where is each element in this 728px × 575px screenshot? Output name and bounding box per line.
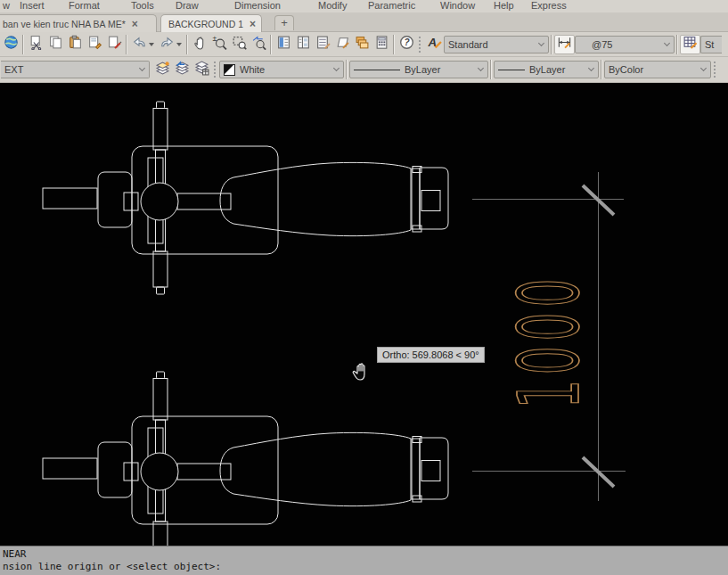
menu-item-modify[interactable]: Modify xyxy=(318,0,347,12)
layer-states-icon[interactable] xyxy=(192,60,211,79)
separator xyxy=(393,35,395,54)
sheet-set-manager-icon[interactable] xyxy=(352,35,372,54)
svg-text:?: ? xyxy=(404,37,409,47)
toolbar-grip[interactable] xyxy=(419,37,421,53)
menu-item-format[interactable]: Format xyxy=(69,0,100,12)
dim-style-select[interactable]: @75 xyxy=(575,36,675,53)
motorcycle-top-view-2[interactable] xyxy=(43,372,448,546)
pan-icon[interactable] xyxy=(190,35,209,54)
help-icon[interactable]: ? xyxy=(397,35,416,54)
tool-palettes-icon[interactable] xyxy=(313,35,332,54)
drawing-canvas[interactable]: 1000 Ortho: 569.8068 < 90° xyxy=(0,83,728,546)
menu-item-draw[interactable]: Draw xyxy=(176,0,199,12)
close-icon[interactable]: × xyxy=(132,20,138,29)
text-style-select[interactable]: Standard xyxy=(444,36,549,53)
file-tab-bar: ban ve kien truc NHA BA ME* × BACKGROUND… xyxy=(0,12,728,32)
menu-item-parametric[interactable]: Parametric xyxy=(368,0,415,12)
layer-previous-icon[interactable] xyxy=(172,60,192,79)
separator xyxy=(551,35,552,54)
markup-set-manager-icon[interactable] xyxy=(332,35,352,54)
designcenter-icon[interactable] xyxy=(293,35,313,54)
separator xyxy=(186,35,188,54)
command-prompt-line[interactable]: nsion line origin or <select object>: xyxy=(3,561,725,573)
toolbar-grip[interactable] xyxy=(714,62,716,78)
command-line[interactable]: NEAR nsion line origin or <select object… xyxy=(0,546,728,575)
tab-label: BACKGROUND 1 xyxy=(168,19,243,29)
chevron-down-icon xyxy=(700,65,707,71)
color-select[interactable]: White xyxy=(219,61,344,78)
zoom-window-icon[interactable] xyxy=(229,35,249,54)
chevron-down-icon xyxy=(538,39,544,45)
text-style-icon[interactable]: A xyxy=(424,35,444,54)
redo-dropdown-caret[interactable] xyxy=(176,43,182,46)
layers-properties-toolbar: EXT White ByLayer ByLayer ByColor xyxy=(0,57,728,83)
tab-label: ban ve kien truc NHA BA ME* xyxy=(3,19,126,29)
tab-background-1[interactable]: BACKGROUND 1 × xyxy=(160,14,262,32)
chevron-down-icon xyxy=(664,39,670,45)
quick-calc-icon[interactable] xyxy=(372,35,391,54)
linetype-select[interactable]: ByLayer xyxy=(349,61,488,78)
autocad-window: w Insert Format Tools Draw Dimension Mod… xyxy=(0,0,728,575)
color-swatch-icon xyxy=(224,64,235,76)
plot-style-select[interactable]: ByColor xyxy=(604,61,711,78)
chevron-down-icon xyxy=(139,65,145,71)
table-style-select[interactable]: St xyxy=(700,36,722,53)
separator xyxy=(676,35,678,54)
lineweight-sample-icon xyxy=(498,70,525,70)
cut-icon[interactable] xyxy=(26,35,45,54)
chevron-down-icon xyxy=(478,65,484,71)
separator xyxy=(490,60,492,79)
menu-item-window[interactable]: Window xyxy=(440,0,475,12)
linetype-sample-icon xyxy=(354,70,400,70)
linear-dimension[interactable]: 1000 xyxy=(472,172,626,501)
separator xyxy=(601,60,602,79)
layer-make-current-icon[interactable] xyxy=(152,60,172,79)
cad-drawing: 1000 xyxy=(0,83,728,546)
command-history-line: NEAR xyxy=(3,548,725,561)
standard-toolbar: ± ? A Standard @75 St xyxy=(0,32,728,57)
publish-globe-icon[interactable] xyxy=(1,35,20,54)
close-icon[interactable]: × xyxy=(249,20,256,29)
menu-item-dimension[interactable]: Dimension xyxy=(234,0,281,12)
separator xyxy=(270,35,272,54)
menu-item-insert[interactable]: Insert xyxy=(20,0,45,12)
chevron-down-icon xyxy=(333,65,339,71)
menu-bar: w Insert Format Tools Draw Dimension Mod… xyxy=(0,0,728,12)
new-tab-button[interactable]: + xyxy=(274,15,294,30)
layer-select[interactable]: EXT xyxy=(1,61,150,78)
menu-item-help[interactable]: Help xyxy=(494,0,514,12)
menu-item-view[interactable]: w xyxy=(3,0,10,12)
copy-icon[interactable] xyxy=(45,35,65,54)
menu-item-tools[interactable]: Tools xyxy=(131,0,154,12)
dimension-text: 1000 xyxy=(500,274,598,408)
motorcycle-top-view-1[interactable] xyxy=(43,102,448,294)
undo-dropdown-caret[interactable] xyxy=(149,43,154,46)
paste-icon[interactable] xyxy=(65,35,85,54)
dim-style-icon[interactable] xyxy=(554,35,575,54)
zoom-previous-icon[interactable] xyxy=(249,35,268,54)
redo-icon[interactable] xyxy=(157,35,176,54)
block-editor-icon[interactable] xyxy=(104,35,124,54)
pan-hand-cursor xyxy=(351,360,371,382)
lineweight-select[interactable]: ByLayer xyxy=(494,61,599,78)
separator xyxy=(346,60,348,79)
separator xyxy=(126,35,127,54)
chevron-down-icon xyxy=(588,65,594,71)
ortho-tooltip: Ortho: 569.8068 < 90° xyxy=(377,347,485,363)
separator xyxy=(22,35,24,54)
properties-palette-icon[interactable] xyxy=(274,35,293,54)
table-style-icon[interactable] xyxy=(680,35,700,54)
zoom-realtime-icon[interactable]: ± xyxy=(209,35,229,54)
undo-icon[interactable] xyxy=(129,35,149,54)
menu-item-express[interactable]: Express xyxy=(531,0,567,12)
tab-ban-ve-kien-truc[interactable]: ban ve kien truc NHA BA ME* × xyxy=(0,14,157,32)
match-properties-icon[interactable] xyxy=(85,35,104,54)
toolbar-grip[interactable] xyxy=(214,62,217,78)
